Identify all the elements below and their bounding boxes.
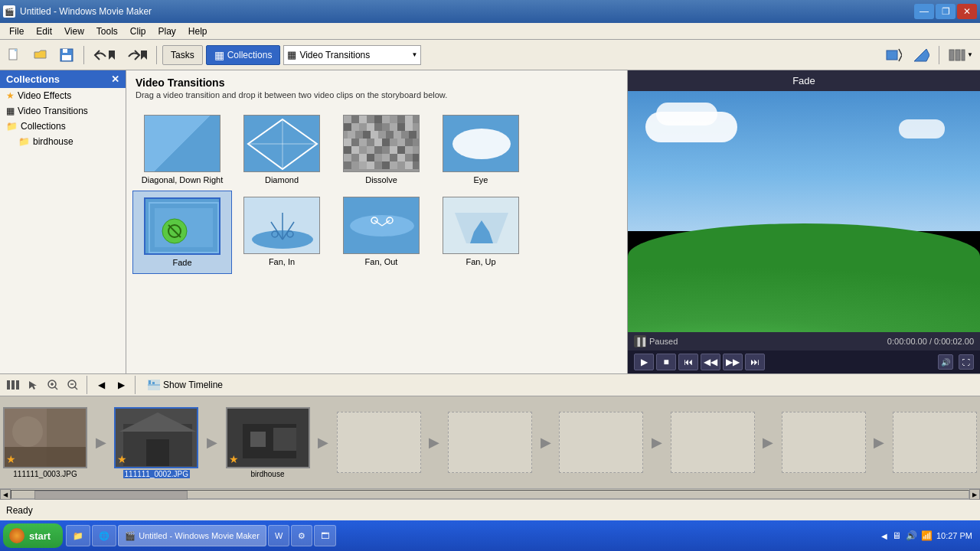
tray-volume-icon[interactable]: 🔊: [906, 530, 918, 542]
collections-item[interactable]: 📁 Collections: [0, 119, 126, 134]
app-icon: 🎬: [3, 5, 15, 18]
menu-help[interactable]: Help: [182, 24, 214, 38]
scroll-thumb[interactable]: [34, 491, 188, 500]
transition-label-eye: Eye: [474, 175, 488, 184]
transition-eye[interactable]: Eye: [431, 109, 531, 191]
video-transitions-item[interactable]: ▦ Video Transitions: [0, 103, 126, 119]
taskbar-moviemaker-btn[interactable]: 🎬 Untitled - Windows Movie Maker: [118, 525, 266, 546]
menu-edit[interactable]: Edit: [30, 24, 58, 38]
scroll-track: [11, 490, 969, 499]
svg-rect-54: [382, 139, 390, 146]
transition-dissolve[interactable]: Dissolve: [332, 109, 431, 191]
transition-thumb-dissolve: [343, 115, 420, 172]
svg-rect-52: [367, 139, 374, 146]
transition-arrow-8: ▶: [866, 412, 893, 473]
transition-diamond[interactable]: Diamond: [232, 109, 332, 191]
play-button[interactable]: ▶: [634, 354, 654, 370]
fullscreen-icon[interactable]: ⛶: [959, 354, 974, 370]
menu-tools[interactable]: Tools: [90, 24, 124, 38]
minimize-button[interactable]: —: [914, 4, 934, 19]
close-panel-icon[interactable]: ✕: [111, 73, 119, 85]
svg-point-11: [157, 135, 163, 142]
taskbar-word-btn[interactable]: W: [268, 525, 289, 546]
show-timeline-button[interactable]: Show Timeline: [141, 377, 230, 393]
save-button[interactable]: [55, 44, 78, 66]
svg-rect-63: [374, 146, 382, 154]
transition-label-fan-out: Fan, Out: [365, 257, 398, 266]
svg-rect-50: [351, 139, 359, 146]
zoom-in-btn[interactable]: [44, 377, 61, 393]
svg-rect-22: [359, 116, 367, 123]
folder-icon: 📁: [6, 121, 18, 132]
transition-fan-out[interactable]: Fan, Out: [332, 191, 431, 274]
transition-fan-up[interactable]: Fan, Up: [431, 191, 531, 274]
transitions-icon: ▦: [6, 106, 15, 116]
transition-fade[interactable]: Fade: [132, 191, 232, 274]
scroll-left-btn[interactable]: ◀: [0, 489, 11, 500]
rewind-button[interactable]: ◀◀: [701, 354, 720, 370]
birdhouse-item[interactable]: 📁 birdhouse: [12, 134, 126, 149]
svg-rect-68: [413, 146, 420, 154]
mm-taskbar-icon: 🎬: [125, 531, 136, 541]
svg-rect-5: [887, 51, 897, 60]
story-clip-2[interactable]: ★ 111111_0002.JPG: [114, 407, 198, 478]
tray-network-icon[interactable]: 🖥: [890, 530, 903, 542]
undo-button[interactable]: [90, 44, 119, 66]
transition-arrow-5: ▶: [532, 412, 559, 473]
fast-forward-button[interactable]: ▶▶: [723, 354, 743, 370]
prev-frame-button[interactable]: ⏮: [678, 354, 698, 370]
storyboard-view-button[interactable]: ▼: [945, 44, 977, 66]
next-clip-btn[interactable]: ▶: [113, 377, 129, 393]
transition-arrow-7: ▶: [755, 412, 782, 473]
empty-thumb-4: [671, 412, 755, 473]
tasks-button[interactable]: Tasks: [162, 45, 203, 65]
collections-button[interactable]: ▦ Collections: [206, 45, 281, 65]
storyboard-scrollbar[interactable]: ◀ ▶: [0, 488, 980, 499]
next-frame-button[interactable]: ⏭: [745, 354, 765, 370]
preview-title: Fade: [628, 70, 980, 91]
svg-rect-135: [146, 439, 169, 466]
tray-signal-icon[interactable]: 📶: [921, 530, 933, 542]
import-button[interactable]: [881, 44, 906, 66]
menu-clip[interactable]: Clip: [124, 24, 152, 38]
menu-play[interactable]: Play: [152, 24, 182, 38]
stop-button[interactable]: ■: [656, 354, 676, 370]
clock-time: 10:27 PM: [936, 530, 972, 541]
svg-rect-25: [382, 116, 390, 123]
start-button[interactable]: start: [3, 523, 63, 548]
taskbar-folder-btn[interactable]: 📁: [66, 525, 90, 546]
tray-expand-icon[interactable]: ◀: [881, 532, 887, 540]
taskbar-settings-btn[interactable]: ⚙: [291, 525, 312, 546]
select-tool-btn[interactable]: [24, 377, 41, 393]
storyboard-icon-btn[interactable]: [5, 377, 21, 393]
story-clip-1[interactable]: ★ 111111_0003.JPG: [3, 407, 87, 478]
volume-icon[interactable]: 🔊: [938, 354, 953, 370]
bottom-sep: [87, 376, 87, 394]
open-button[interactable]: [29, 44, 52, 66]
close-button[interactable]: ✕: [957, 4, 977, 19]
svg-rect-55: [390, 139, 397, 146]
transition-fan-in[interactable]: Fan, In: [232, 191, 332, 274]
video-effects-item[interactable]: ★ Video Effects: [0, 88, 126, 103]
taskbar-ie-btn[interactable]: 🌐: [92, 525, 116, 546]
svg-rect-40: [348, 131, 355, 139]
new-button[interactable]: [3, 44, 26, 66]
category-dropdown[interactable]: ▦ Video Transitions ▼: [283, 45, 421, 65]
scroll-right-btn[interactable]: ▶: [969, 489, 980, 500]
zoom-out-btn[interactable]: [64, 377, 81, 393]
transition-label-fade: Fade: [172, 258, 191, 267]
prev-clip-btn[interactable]: ◀: [93, 377, 109, 393]
menu-file[interactable]: File: [3, 24, 30, 38]
svg-rect-127: [152, 382, 155, 384]
menu-view[interactable]: View: [58, 24, 90, 38]
taskbar-extra-btn[interactable]: 🗔: [314, 525, 336, 546]
story-clip-3[interactable]: ★ birdhouse: [226, 407, 310, 478]
svg-rect-65: [390, 146, 397, 154]
svg-rect-27: [397, 116, 405, 123]
transition-diagonal-down-right[interactable]: Diagonal, Down Right: [132, 109, 232, 191]
maximize-button[interactable]: ❐: [936, 4, 956, 19]
publish-button[interactable]: [909, 44, 933, 66]
redo-button[interactable]: [122, 44, 151, 66]
status-bar: Ready: [0, 499, 980, 520]
svg-rect-30: [344, 123, 351, 131]
